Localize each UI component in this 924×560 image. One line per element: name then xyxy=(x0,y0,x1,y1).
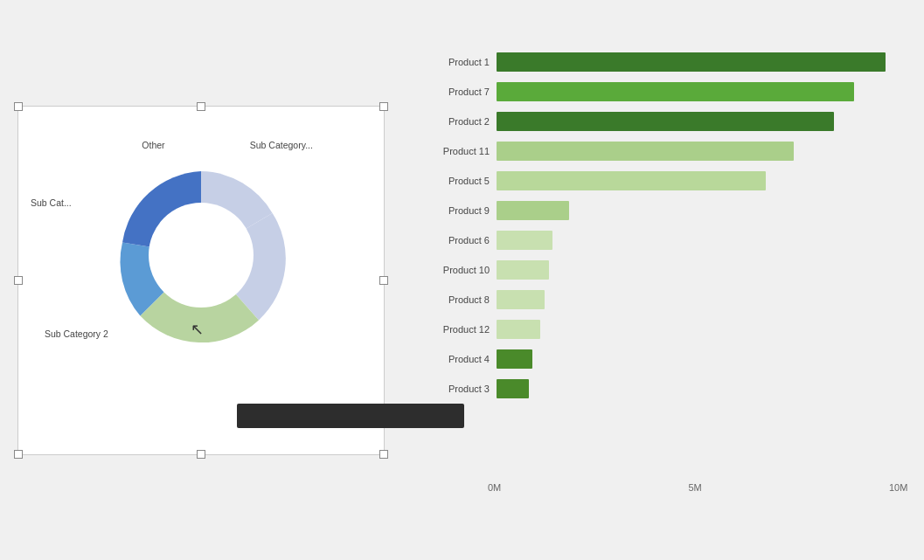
bar-chart-panel: Product 1Product 7Product 2Product 11Pro… xyxy=(411,27,907,534)
bar-track[interactable] xyxy=(497,231,898,250)
donut-label-subcat: Sub Cat... xyxy=(31,197,72,208)
x-axis-label: 0M xyxy=(488,482,501,493)
bar-row: Product 7 xyxy=(420,79,898,105)
bar-row: Product 3 xyxy=(420,376,898,402)
resize-handle-tl[interactable] xyxy=(14,102,23,111)
x-axis-label: 5M xyxy=(689,482,702,493)
bar-row: Product 10 xyxy=(420,257,898,283)
bar-row: Product 5 xyxy=(420,168,898,194)
bar-track[interactable] xyxy=(497,201,898,220)
bar-fill xyxy=(497,82,854,101)
donut-panel: Other Sub Cat... Sub Category... Sub Cat… xyxy=(17,106,385,455)
bar-label: Product 4 xyxy=(420,354,490,364)
bar-track[interactable] xyxy=(497,260,898,280)
bar-label: Product 5 xyxy=(420,176,490,186)
x-axis: 0M5M10M xyxy=(497,482,898,500)
bar-label: Product 11 xyxy=(420,146,490,156)
bar-label: Product 8 xyxy=(420,294,490,305)
x-axis-label: 10M xyxy=(889,482,907,493)
bar-fill xyxy=(497,112,834,131)
bar-fill xyxy=(497,349,532,369)
bar-fill xyxy=(497,231,552,250)
bar-label: Product 10 xyxy=(420,265,490,275)
bar-row: Product 4 xyxy=(420,346,898,372)
bar-row: Product 6 xyxy=(420,227,898,253)
resize-handle-rm[interactable] xyxy=(379,276,388,285)
bar-track[interactable] xyxy=(497,290,898,309)
resize-handle-bl[interactable] xyxy=(14,450,23,459)
bar-fill xyxy=(497,320,540,339)
bar-fill xyxy=(497,379,529,398)
bar-row: Product 12 xyxy=(420,316,898,342)
bar-label: Product 6 xyxy=(420,235,490,245)
bar-track[interactable] xyxy=(497,52,898,72)
bar-fill xyxy=(497,52,886,72)
resize-handle-bm[interactable] xyxy=(197,450,205,459)
bar-row: Product 2 xyxy=(420,108,898,135)
bar-label: Product 1 xyxy=(420,57,490,67)
bar-fill xyxy=(497,290,545,309)
bar-fill xyxy=(497,201,569,220)
bar-fill xyxy=(497,260,549,280)
bar-track[interactable] xyxy=(497,112,898,131)
bar-track[interactable] xyxy=(497,349,898,369)
bar-chart-area: Product 1Product 7Product 2Product 11Pro… xyxy=(420,49,898,477)
donut-svg xyxy=(96,150,306,360)
resize-handle-tm[interactable] xyxy=(197,102,205,111)
resize-handle-lm[interactable] xyxy=(14,276,23,285)
donut-label-other: Other xyxy=(142,140,164,150)
bar-label: Product 12 xyxy=(420,324,490,335)
bar-track[interactable] xyxy=(497,171,898,190)
bar-fill xyxy=(497,142,794,161)
bar-row: Product 9 xyxy=(420,197,898,224)
donut-label-subcategory-top: Sub Category... xyxy=(250,140,313,150)
bar-label: Product 3 xyxy=(420,384,490,394)
donut-inner-circle xyxy=(149,203,254,308)
donut-area: Other Sub Cat... Sub Category... Sub Cat… xyxy=(27,124,375,386)
bar-row: Product 11 xyxy=(420,138,898,164)
bar-label: Product 2 xyxy=(420,116,490,127)
bar-label: Product 9 xyxy=(420,205,490,216)
main-container: Other Sub Cat... Sub Category... Sub Cat… xyxy=(0,0,924,560)
bar-track[interactable] xyxy=(497,320,898,339)
bar-row: Product 1 xyxy=(420,49,898,75)
bar-track[interactable] xyxy=(497,379,898,398)
bar-track[interactable] xyxy=(497,142,898,161)
bar-row: Product 8 xyxy=(420,287,898,313)
bar-fill xyxy=(497,171,766,190)
bar-track[interactable] xyxy=(497,82,898,101)
tooltip xyxy=(237,404,464,428)
bar-label: Product 7 xyxy=(420,86,490,97)
resize-handle-br[interactable] xyxy=(379,450,388,459)
resize-handle-tr[interactable] xyxy=(379,102,388,111)
